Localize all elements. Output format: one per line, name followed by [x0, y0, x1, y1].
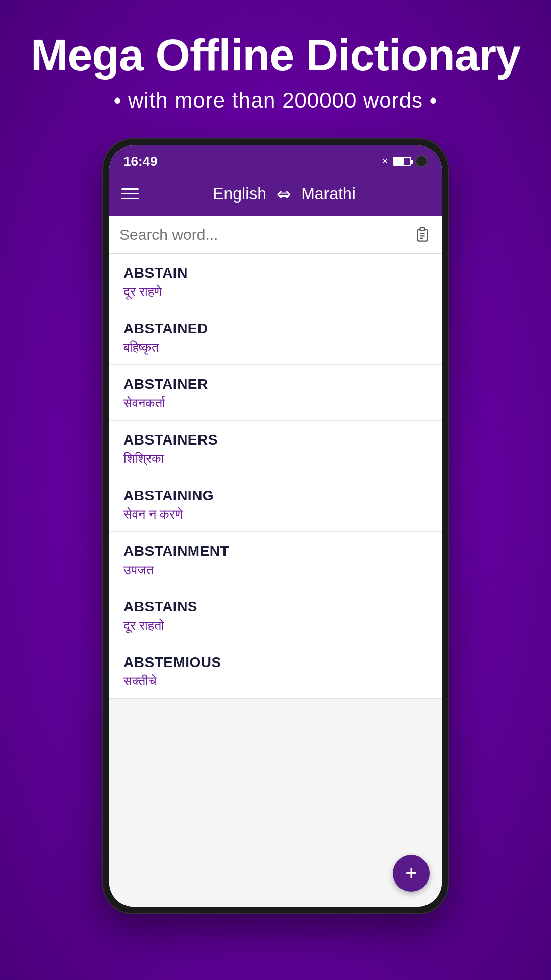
list-item[interactable]: ABSTAINER सेवनकर्ता — [109, 365, 442, 421]
status-bar: 16:49 ✕ — [109, 145, 442, 175]
word-english: ABSTAINS — [123, 599, 428, 615]
list-item[interactable]: ABSTAINING सेवन न करणे — [109, 476, 442, 532]
status-icons: ✕ — [381, 155, 428, 167]
word-english: ABSTAINMENT — [123, 543, 428, 559]
word-english: ABSTAINING — [123, 487, 428, 504]
add-word-button[interactable]: + — [393, 855, 430, 892]
menu-button[interactable] — [121, 188, 139, 199]
word-marathi: दूर राहणे — [123, 284, 428, 300]
app-subtitle: • with more than 200000 words • — [114, 88, 438, 113]
app-bar: English ⇔ Marathi — [109, 175, 442, 216]
phone-frame: 16:49 ✕ English ⇔ Marathi — [102, 138, 449, 914]
list-item[interactable]: ABSTAINMENT उपजत — [109, 532, 442, 587]
search-bar — [109, 216, 442, 254]
language-selector: English ⇔ Marathi — [139, 184, 430, 204]
word-marathi: सेवनकर्ता — [123, 396, 428, 411]
camera-icon — [415, 155, 428, 167]
list-item[interactable]: ABSTAIN दूर राहणे — [109, 254, 442, 309]
app-title: Mega Offline Dictionary — [31, 31, 520, 80]
word-marathi: सक्तीचे — [123, 674, 428, 689]
word-english: ABSTAINERS — [123, 432, 428, 448]
word-english: ABSTAINED — [123, 321, 428, 337]
battery-icon — [393, 157, 411, 166]
list-item[interactable]: ABSTAINS दूर राहतो — [109, 587, 442, 643]
svg-rect-1 — [420, 228, 424, 231]
phone-screen: 16:49 ✕ English ⇔ Marathi — [109, 145, 442, 907]
word-english: ABSTAINER — [123, 376, 428, 393]
word-marathi: दूर राहतो — [123, 618, 428, 633]
header-section: Mega Offline Dictionary • with more than… — [0, 0, 551, 128]
list-item[interactable]: ABSTAINERS शिश्रिका — [109, 421, 442, 476]
word-english: ABSTAIN — [123, 265, 428, 281]
source-language[interactable]: English — [213, 184, 266, 203]
clipboard-icon[interactable] — [413, 226, 432, 244]
signal-icon: ✕ — [381, 156, 389, 167]
list-item[interactable]: ABSTEMIOUS सक्तीचे — [109, 643, 442, 699]
word-marathi: शिश्रिका — [123, 451, 428, 467]
word-marathi: बहिष्कृत — [123, 340, 428, 355]
word-marathi: सेवन न करणे — [123, 507, 428, 522]
status-time: 16:49 — [123, 154, 158, 169]
word-list: ABSTAIN दूर राहणे ABSTAINED बहिष्कृत ABS… — [109, 254, 442, 907]
list-item[interactable]: ABSTAINED बहिष्कृत — [109, 309, 442, 365]
word-marathi: उपजत — [123, 562, 428, 578]
target-language[interactable]: Marathi — [301, 184, 356, 203]
swap-languages-icon[interactable]: ⇔ — [277, 184, 291, 204]
word-english: ABSTEMIOUS — [123, 654, 428, 671]
search-input[interactable] — [119, 226, 413, 243]
